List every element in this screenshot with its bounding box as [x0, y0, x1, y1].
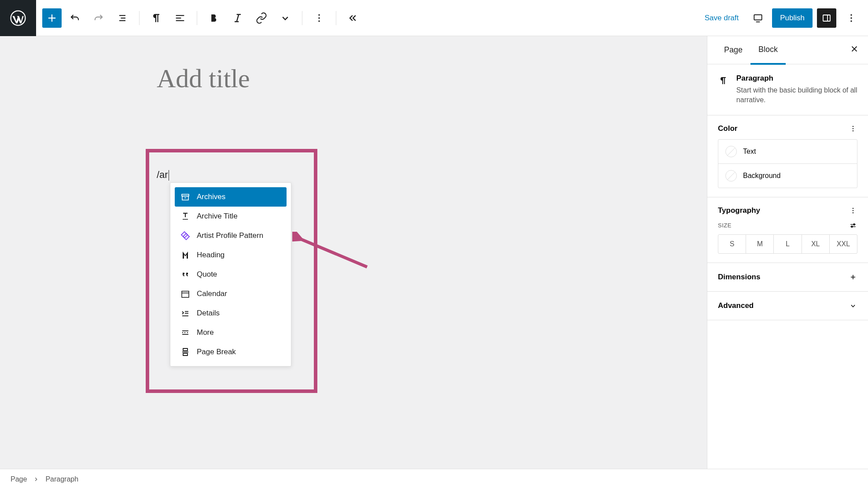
suggestion-more[interactable]: More	[175, 323, 287, 342]
quote-icon	[180, 269, 191, 280]
sidebar-icon	[821, 13, 832, 23]
suggestion-details[interactable]: Details	[175, 304, 287, 323]
suggestion-label: Quote	[197, 270, 217, 279]
preview-button[interactable]	[748, 8, 768, 28]
suggestion-label: Heading	[197, 251, 224, 259]
size-xl[interactable]: XL	[802, 235, 829, 253]
link-icon	[255, 12, 268, 24]
block-slash-input[interactable]: /ar	[157, 169, 169, 181]
suggestion-label: Details	[197, 309, 220, 318]
svg-line-43	[299, 238, 367, 267]
svg-point-19	[850, 14, 852, 16]
editor-canvas: Add title /ar Archives Archive Title Art…	[0, 36, 707, 469]
save-draft-button[interactable]: Save draft	[699, 9, 744, 27]
chevron-down-icon	[849, 301, 857, 310]
wordpress-logo-button[interactable]	[0, 0, 36, 36]
color-title: Color	[718, 124, 737, 133]
suggestion-label: Page Break	[197, 348, 236, 356]
paragraph-icon	[150, 12, 162, 24]
typography-panel: Typography SIZE S M L XL XXL	[707, 197, 868, 263]
plus-icon	[46, 12, 58, 24]
svg-point-50	[853, 210, 854, 211]
size-s[interactable]: S	[718, 235, 746, 253]
sliders-icon[interactable]	[849, 221, 857, 230]
align-button[interactable]	[169, 7, 191, 29]
toolbar-divider	[336, 11, 336, 25]
typography-panel-header: Typography	[718, 206, 857, 215]
suggestion-archives[interactable]: Archives	[175, 187, 287, 207]
tab-page[interactable]: Page	[716, 37, 750, 63]
breadcrumb-page[interactable]: Page	[11, 475, 27, 483]
editor-options-button[interactable]	[841, 7, 862, 29]
svg-point-21	[850, 20, 852, 22]
archive-title-icon	[180, 211, 191, 222]
editor-toolbar: Save draft Publish	[36, 0, 868, 36]
chevron-right-icon	[33, 476, 39, 482]
more-formatting-button[interactable]	[275, 7, 296, 29]
svg-point-55	[851, 226, 853, 227]
size-segment-group: S M L XL XXL	[718, 234, 857, 254]
suggestion-label: Artist Profile Pattern	[197, 231, 263, 240]
breadcrumb-paragraph[interactable]: Paragraph	[45, 475, 78, 483]
svg-point-53	[853, 224, 855, 225]
suggestion-heading[interactable]: Heading	[175, 245, 287, 265]
svg-rect-17	[823, 15, 830, 21]
color-row-text[interactable]: Text	[718, 140, 857, 163]
size-xxl[interactable]: XXL	[829, 235, 857, 253]
background-color-swatch	[725, 170, 737, 182]
sidebar-toggle-button[interactable]	[817, 8, 836, 28]
pattern-icon	[180, 230, 191, 241]
size-m[interactable]: M	[746, 235, 773, 253]
suggestion-artist-profile-pattern[interactable]: Artist Profile Pattern	[175, 226, 287, 245]
advanced-panel[interactable]: Advanced	[707, 292, 868, 320]
svg-rect-27	[182, 291, 189, 297]
paragraph-block-button[interactable]	[146, 7, 167, 29]
toolbar-left-group	[42, 7, 364, 29]
add-block-button[interactable]	[42, 8, 62, 28]
desktop-icon	[752, 12, 764, 24]
dimensions-panel[interactable]: Dimensions	[707, 263, 868, 292]
document-overview-button[interactable]	[112, 7, 133, 29]
size-label-row: SIZE	[718, 221, 857, 230]
wordpress-icon	[10, 10, 26, 26]
more-icon	[180, 327, 191, 338]
text-cursor	[169, 170, 169, 181]
link-button[interactable]	[251, 7, 272, 29]
bold-button[interactable]	[203, 7, 224, 29]
slash-text: /ar	[157, 169, 168, 180]
suggestion-label: Calendar	[197, 289, 227, 298]
plus-icon	[849, 273, 857, 282]
suggestion-quote[interactable]: Quote	[175, 265, 287, 284]
settings-sidebar: Page Block Paragraph Start with the basi…	[707, 36, 868, 469]
double-chevron-left-icon	[347, 12, 359, 24]
suggestion-label: Archive Title	[197, 212, 238, 221]
bold-icon	[208, 12, 220, 24]
suggestion-archive-title[interactable]: Archive Title	[175, 207, 287, 226]
suggestion-label: Archives	[197, 193, 225, 201]
undo-button[interactable]	[64, 7, 85, 29]
close-sidebar-button[interactable]	[850, 44, 859, 56]
undo-icon	[69, 12, 81, 24]
suggestion-calendar[interactable]: Calendar	[175, 284, 287, 304]
svg-point-14	[318, 20, 320, 22]
dimensions-label: Dimensions	[718, 273, 760, 282]
italic-button[interactable]	[227, 7, 248, 29]
color-row-background[interactable]: Background	[718, 163, 857, 188]
kebab-icon[interactable]	[849, 206, 857, 215]
block-options-button[interactable]	[309, 7, 330, 29]
svg-point-12	[318, 14, 320, 16]
block-suggestion-popup: Archives Archive Title Artist Profile Pa…	[170, 182, 291, 367]
size-l[interactable]: L	[773, 235, 801, 253]
calendar-icon	[180, 289, 191, 299]
suggestion-page-break[interactable]: Page Break	[175, 342, 287, 362]
heading-icon	[180, 250, 191, 260]
redo-button[interactable]	[88, 7, 109, 29]
collapse-toolbar-button[interactable]	[342, 7, 364, 29]
svg-point-48	[853, 130, 854, 132]
kebab-icon[interactable]	[849, 124, 857, 133]
svg-line-9	[237, 14, 239, 21]
post-title-input[interactable]: Add title	[157, 63, 250, 94]
publish-button[interactable]: Publish	[772, 8, 813, 28]
tab-block[interactable]: Block	[750, 36, 786, 65]
block-info-text: Paragraph Start with the basic building …	[736, 74, 857, 105]
